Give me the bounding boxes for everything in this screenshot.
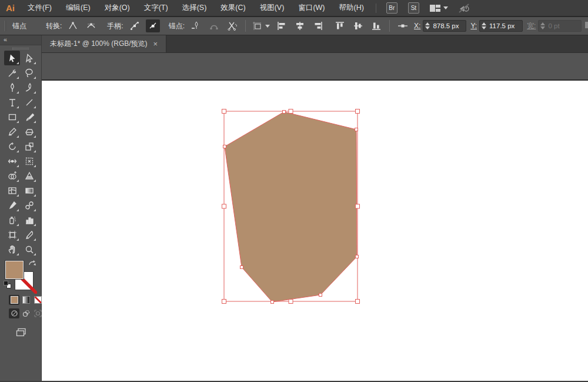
canvas-area[interactable] <box>42 53 588 381</box>
paint-gradient-button[interactable] <box>21 295 31 305</box>
align-right-button[interactable] <box>311 19 325 32</box>
paint-color-button[interactable] <box>9 295 19 305</box>
tool-eraser[interactable] <box>21 124 37 139</box>
handles-label: 手柄: <box>107 21 123 31</box>
x-stepper[interactable] <box>425 22 430 29</box>
align-middle-vertical-button[interactable] <box>351 19 365 32</box>
chevron-down-icon <box>265 25 270 28</box>
y-stepper[interactable] <box>482 22 486 29</box>
change-screen-mode-button[interactable] <box>14 325 28 338</box>
tool-line-segment[interactable] <box>21 95 37 109</box>
shape-polygon[interactable] <box>225 112 357 302</box>
width-field: 宽: 0 pt <box>527 20 582 32</box>
tool-slice[interactable] <box>21 227 37 242</box>
menu-effect[interactable]: 效果(C) <box>213 0 252 16</box>
menu-type[interactable]: 文字(T) <box>137 0 175 16</box>
align-center-horizontal-button[interactable] <box>293 19 307 32</box>
tool-selection[interactable] <box>4 51 20 65</box>
document-tab[interactable]: 未标题-1* @ 100% (RGB/预览) × <box>42 35 166 52</box>
tool-rectangle[interactable] <box>4 109 20 124</box>
align-to-artboard-button[interactable] <box>252 19 270 32</box>
tool-eyedropper[interactable] <box>4 198 20 212</box>
anchor-point[interactable] <box>271 301 274 304</box>
align-left-button[interactable] <box>275 19 289 32</box>
tool-curvature[interactable] <box>21 80 37 95</box>
controlbar-divider <box>389 20 390 32</box>
tool-mesh[interactable] <box>4 183 20 198</box>
tool-type[interactable] <box>4 95 20 109</box>
tool-paintbrush[interactable] <box>21 109 37 124</box>
anchor-point[interactable] <box>283 111 286 114</box>
tool-direct-selection[interactable] <box>21 51 37 65</box>
menu-view[interactable]: 视图(V) <box>253 0 292 16</box>
tools-panel-header[interactable]: « <box>0 35 41 45</box>
tool-magic-wand[interactable] <box>4 65 20 80</box>
workspace-switcher-button[interactable] <box>429 4 448 12</box>
bbox-handle[interactable] <box>356 109 360 114</box>
tool-zoom[interactable] <box>21 242 37 257</box>
anchor-point[interactable] <box>223 145 226 148</box>
connect-path-button[interactable] <box>207 19 221 32</box>
y-input[interactable]: 117.5 px <box>479 20 523 32</box>
menu-select[interactable]: 选择(S) <box>175 0 214 16</box>
menu-edit[interactable]: 编辑(E) <box>59 0 98 16</box>
menu-window[interactable]: 窗口(W) <box>291 0 332 16</box>
swap-fill-stroke-icon[interactable] <box>28 260 37 268</box>
close-icon[interactable]: × <box>153 40 158 48</box>
tool-width[interactable] <box>4 154 20 168</box>
align-bottom-button[interactable] <box>369 19 383 32</box>
cut-path-button[interactable] <box>225 19 239 32</box>
align-top-button[interactable] <box>333 19 347 32</box>
tool-lasso[interactable] <box>21 65 37 80</box>
tool-column-graph[interactable] <box>21 212 37 227</box>
show-handles-button[interactable] <box>128 19 142 32</box>
x-label[interactable]: X: <box>414 22 420 30</box>
bbox-handle[interactable] <box>289 109 293 114</box>
bbox-handle[interactable] <box>356 204 360 208</box>
bbox-handle[interactable] <box>356 300 360 304</box>
anchor-point[interactable] <box>319 294 322 297</box>
menu-file[interactable]: 文件(F) <box>21 0 59 16</box>
tool-rotate[interactable] <box>4 139 20 154</box>
bridge-button[interactable]: Br <box>386 2 397 14</box>
tool-free-transform[interactable] <box>21 154 37 168</box>
tool-symbol-sprayer[interactable] <box>4 212 20 227</box>
x-position-field: X: 878.5 px <box>414 20 466 32</box>
tool-shaper[interactable] <box>4 124 20 139</box>
menu-object[interactable]: 对象(O) <box>98 0 137 16</box>
bbox-handle[interactable] <box>289 300 293 304</box>
tools-panel-grip[interactable] <box>12 48 29 49</box>
anchor-point[interactable] <box>240 266 243 269</box>
y-label[interactable]: Y: <box>470 22 477 30</box>
gpu-performance-button[interactable] <box>457 3 470 14</box>
menu-help[interactable]: 帮助(H) <box>332 0 371 16</box>
align-bottom-icon <box>372 21 381 31</box>
default-fill-stroke-icon[interactable] <box>4 281 11 288</box>
stock-button[interactable]: St <box>408 2 419 14</box>
fill-color-swatch[interactable] <box>5 261 24 279</box>
bbox-handle[interactable] <box>222 109 226 114</box>
distribute-button[interactable] <box>396 19 410 32</box>
bbox-handle[interactable] <box>222 300 226 304</box>
tool-pen[interactable] <box>4 80 20 95</box>
convert-corner-button[interactable] <box>66 19 80 32</box>
tool-hand[interactable] <box>4 242 20 257</box>
convert-label: 转换: <box>46 21 62 31</box>
draw-normal-button[interactable] <box>9 308 19 318</box>
convert-smooth-button[interactable] <box>84 19 98 32</box>
tool-gradient[interactable] <box>21 183 37 198</box>
tool-artboard[interactable] <box>4 227 20 242</box>
tool-blend[interactable] <box>21 198 37 212</box>
tool-scale[interactable] <box>21 139 37 154</box>
hide-handles-button[interactable] <box>146 19 160 32</box>
tool-perspective-grid[interactable] <box>21 168 37 183</box>
x-input[interactable]: 878.5 px <box>423 20 466 32</box>
bbox-handle[interactable] <box>222 204 226 208</box>
draw-behind-button[interactable] <box>21 308 31 318</box>
remove-anchor-button[interactable] <box>189 19 203 32</box>
tool-shape-builder[interactable] <box>4 168 20 183</box>
anchor-point[interactable] <box>356 255 359 258</box>
menubar-divider <box>376 4 376 13</box>
anchor-point[interactable] <box>355 128 358 131</box>
handles-hide-icon <box>148 21 158 31</box>
